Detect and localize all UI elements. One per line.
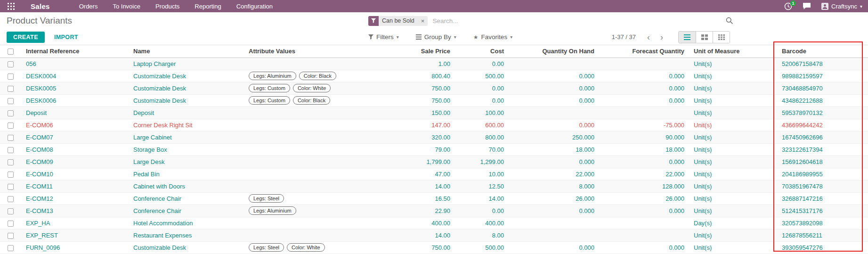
cell-forecast-quantity: 0.000 — [599, 205, 689, 217]
table-row[interactable]: 056Laptop Charger1.000.00Unit(s)52006715… — [0, 57, 868, 70]
row-checkbox[interactable] — [8, 221, 14, 227]
cell-internal-reference: E-COM11 — [21, 180, 129, 192]
favorites-dropdown[interactable]: ★ Favorites ▾ — [473, 33, 512, 41]
cell-quantity-on-hand: 0.000 — [509, 205, 599, 217]
cell-barcode: 520067158478 — [777, 57, 868, 70]
kanban-view-button[interactable] — [696, 32, 713, 43]
cell-attribute-values — [244, 180, 403, 192]
search-bar[interactable]: Can be Sold × — [368, 16, 733, 26]
cell-internal-reference: DESK0006 — [21, 94, 129, 107]
row-checkbox[interactable] — [8, 110, 14, 116]
menu-item-orders[interactable]: Orders — [79, 3, 98, 10]
pager-previous-button[interactable]: ‹ — [644, 33, 653, 41]
column-header-cost[interactable]: Cost — [455, 45, 509, 57]
column-header-internal-reference[interactable]: Internal Reference — [21, 45, 129, 57]
cell-quantity-on-hand — [509, 217, 599, 229]
cell-attribute-values — [244, 168, 403, 180]
menu-item-to-invoice[interactable]: To Invoice — [113, 3, 140, 10]
column-header-barcode[interactable]: Barcode — [777, 45, 868, 57]
table-row[interactable]: EXP_HAHotel Accommodation400.00400.00Day… — [0, 217, 868, 229]
cell-forecast-quantity: 0.000 — [599, 82, 689, 94]
cell-sale-price: 150.00 — [403, 107, 455, 119]
cell-internal-reference: E-COM08 — [21, 143, 129, 156]
table-row[interactable]: E-COM11Cabinet with Doors14.0012.508.000… — [0, 180, 868, 192]
facet-remove-button[interactable]: × — [418, 16, 428, 26]
table-row[interactable]: FURN_0096Customizable DeskLegs: SteelCol… — [0, 241, 868, 254]
kanban-view-icon — [701, 34, 708, 40]
table-row[interactable]: E-COM12Conference ChairLegs: Steel16.501… — [0, 192, 868, 205]
column-header-attribute-values[interactable]: Attribute Values — [244, 45, 403, 57]
table-row[interactable]: DESK0006Customizable DeskLegs: CustomCol… — [0, 94, 868, 107]
table-row[interactable]: DESK0005Customizable DeskLegs: CustomCol… — [0, 82, 868, 94]
column-header-forecast-quantity[interactable]: Forecast Quantity — [599, 45, 689, 57]
column-header-name[interactable]: Name — [129, 45, 244, 57]
table-row[interactable]: E-COM08Storage Box79.0070.0018.00018.000… — [0, 143, 868, 156]
row-select-cell — [0, 192, 21, 205]
cell-barcode: 323122617394 — [777, 143, 868, 156]
table-row[interactable]: E-COM06Corner Desk Right Sit147.00600.00… — [0, 119, 868, 131]
app-name[interactable]: Sales — [31, 2, 50, 10]
apps-menu-button[interactable] — [5, 3, 17, 10]
cell-quantity-on-hand: 0.000 — [509, 241, 599, 254]
column-header-unit-of-measure[interactable]: Unit of Measure — [689, 45, 777, 57]
row-checkbox[interactable] — [8, 98, 14, 104]
row-checkbox[interactable] — [8, 196, 14, 202]
attribute-pill: Color: Black — [293, 96, 330, 105]
table-row[interactable]: DepositDeposit150.00100.00Unit(s)5953789… — [0, 107, 868, 119]
row-checkbox[interactable] — [8, 147, 14, 153]
messages-button[interactable] — [803, 2, 811, 10]
cell-cost: 600.00 — [455, 119, 509, 131]
pager-next-button[interactable]: › — [657, 33, 666, 41]
table-row[interactable]: E-COM10Pedal Bin47.0010.0022.00022.000Un… — [0, 168, 868, 180]
table-row[interactable]: E-COM07Large Cabinet320.00800.00250.0009… — [0, 131, 868, 143]
grid-view-button[interactable] — [713, 32, 730, 43]
cell-sale-price: 16.50 — [403, 192, 455, 205]
search-button[interactable] — [726, 17, 733, 25]
import-button[interactable]: IMPORT — [49, 32, 83, 43]
select-all-checkbox[interactable] — [8, 49, 14, 55]
menu-item-reporting[interactable]: Reporting — [195, 3, 221, 10]
column-header-sale-price[interactable]: Sale Price — [403, 45, 455, 57]
row-checkbox[interactable] — [8, 245, 14, 251]
cell-unit-of-measure: Unit(s) — [689, 168, 777, 180]
column-header-quantity-on-hand[interactable]: Quantity On Hand — [509, 45, 599, 57]
cell-sale-price: 750.00 — [403, 94, 455, 107]
cell-forecast-quantity: 128.000 — [599, 180, 689, 192]
row-select-cell — [0, 168, 21, 180]
row-checkbox[interactable] — [8, 184, 14, 190]
row-checkbox[interactable] — [8, 74, 14, 80]
activities-button[interactable]: 1 — [784, 2, 792, 10]
caret-down-icon: ▾ — [397, 34, 399, 40]
create-button[interactable]: CREATE — [7, 32, 45, 43]
table-row[interactable]: E-COM09Large Desk1,799.001,299.000.0000.… — [0, 156, 868, 168]
table-row[interactable]: EXP_RESTRestaurant Expenses14.008.00Unit… — [0, 229, 868, 241]
user-menu[interactable]: Craftsync ▾ — [821, 3, 862, 10]
cell-name: Large Desk — [129, 156, 244, 168]
row-checkbox[interactable] — [8, 86, 14, 92]
row-checkbox[interactable] — [8, 61, 14, 67]
menu-item-configuration[interactable]: Configuration — [236, 3, 273, 10]
cell-sale-price: 22.90 — [403, 205, 455, 217]
cell-name: Pedal Bin — [129, 168, 244, 180]
cell-barcode: 204186989955 — [777, 168, 868, 180]
row-checkbox[interactable] — [8, 123, 14, 129]
attribute-pill: Legs: Aluminium — [249, 72, 296, 80]
row-checkbox[interactable] — [8, 208, 14, 214]
cell-quantity-on-hand: 0.000 — [509, 70, 599, 82]
page-title: Product Variants — [7, 16, 72, 26]
menu-item-products[interactable]: Products — [155, 3, 179, 10]
cell-attribute-values: Legs: CustomColor: Black — [244, 94, 403, 107]
list-view-button[interactable] — [679, 32, 696, 43]
cell-forecast-quantity: 0.000 — [599, 156, 689, 168]
table-row[interactable]: DESK0004Customizable DeskLegs: Aluminium… — [0, 70, 868, 82]
row-checkbox[interactable] — [8, 172, 14, 178]
select-all-header — [0, 45, 21, 57]
row-checkbox[interactable] — [8, 233, 14, 239]
table-body: 056Laptop Charger1.000.00Unit(s)52006715… — [0, 57, 868, 254]
filters-dropdown[interactable]: Filters ▾ — [368, 33, 399, 41]
search-input[interactable] — [432, 17, 721, 25]
group-by-dropdown[interactable]: Group By ▾ — [416, 33, 456, 41]
table-row[interactable]: E-COM13Conference ChairLegs: Aluminium22… — [0, 205, 868, 217]
row-checkbox[interactable] — [8, 135, 14, 141]
row-checkbox[interactable] — [8, 159, 14, 165]
